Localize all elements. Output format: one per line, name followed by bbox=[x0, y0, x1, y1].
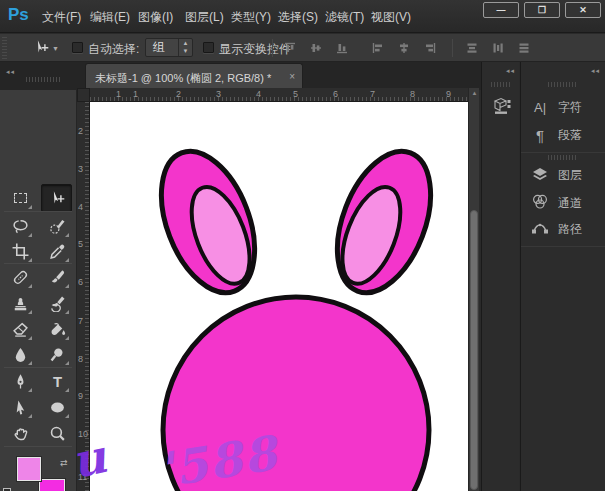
document-canvas[interactable] bbox=[90, 102, 468, 491]
auto-select-checkbox[interactable] bbox=[72, 42, 83, 53]
zoom-tool[interactable] bbox=[44, 421, 70, 445]
pen-tool[interactable] bbox=[7, 369, 33, 393]
eraser-tool[interactable] bbox=[7, 317, 33, 341]
lasso-tool[interactable] bbox=[7, 214, 33, 238]
ruler-number: 3 bbox=[216, 89, 221, 99]
menu-edit[interactable]: 编辑(E) bbox=[90, 9, 130, 26]
align-top-edges-icon[interactable] bbox=[284, 42, 296, 54]
scroll-up-icon[interactable]: ▲ bbox=[470, 90, 479, 96]
ruler-number: 7 bbox=[370, 89, 375, 99]
foreground-color-swatch[interactable] bbox=[17, 457, 41, 481]
minimize-button[interactable]: — bbox=[483, 2, 519, 18]
crop-tool[interactable] bbox=[7, 239, 33, 263]
background-color-swatch[interactable] bbox=[39, 479, 65, 491]
character-panel-button[interactable]: A| 字符 bbox=[521, 94, 605, 120]
photoshop-window: Ps 文件(F) 编辑(E) 图像(I) 图层(L) 类型(Y) 选择(S) 滤… bbox=[0, 0, 605, 491]
document-tab-bar: ◂◂ 未标题-1 @ 100% (椭圆 2, RGB/8) * × bbox=[0, 62, 481, 90]
move-tool[interactable] bbox=[44, 186, 70, 210]
menu-image[interactable]: 图像(I) bbox=[138, 9, 173, 26]
options-divider bbox=[272, 39, 273, 57]
distribute-vertical-centers-icon[interactable] bbox=[492, 42, 504, 54]
ellipse-shape-tool[interactable] bbox=[44, 395, 70, 419]
paragraph-panel-button[interactable]: ¶ 段落 bbox=[521, 122, 605, 148]
distribute-top-edges-icon[interactable] bbox=[466, 42, 478, 54]
align-bottom-edges-icon[interactable] bbox=[336, 42, 348, 54]
panel-label: 通道 bbox=[558, 195, 582, 212]
window-controls: — ❐ ✕ bbox=[478, 2, 601, 18]
show-transform-label: 显示变换控件 bbox=[219, 41, 291, 58]
ruler-number: 5 bbox=[293, 89, 298, 99]
quick-selection-tool[interactable] bbox=[44, 214, 70, 238]
document-tab[interactable]: 未标题-1 @ 100% (椭圆 2, RGB/8) * × bbox=[85, 63, 303, 90]
ruler-number: 8 bbox=[78, 354, 83, 364]
collapse-dock-icon[interactable]: ◂◂ bbox=[506, 67, 515, 75]
spot-healing-brush-tool[interactable] bbox=[7, 265, 33, 289]
menu-type[interactable]: 类型(Y) bbox=[231, 9, 271, 26]
rabbit-head bbox=[163, 297, 429, 491]
close-button[interactable]: ✕ bbox=[565, 2, 601, 18]
auto-select-label: 自动选择: bbox=[88, 41, 139, 58]
show-transform-checkbox[interactable] bbox=[203, 42, 214, 53]
tool-group-divider bbox=[4, 211, 72, 212]
auto-select-mode-dropdown[interactable]: 组 ▲▼ bbox=[145, 38, 193, 57]
ruler-corner[interactable] bbox=[77, 88, 90, 102]
ruler-number: 11 bbox=[78, 472, 87, 482]
dock-divider bbox=[521, 246, 605, 247]
align-left-edges-icon[interactable] bbox=[372, 42, 384, 54]
align-right-edges-icon[interactable] bbox=[424, 42, 436, 54]
dock-grip[interactable] bbox=[548, 155, 578, 160]
dock-grip[interactable] bbox=[491, 82, 511, 87]
svg-text:T: T bbox=[52, 373, 61, 389]
tab-close-icon[interactable]: × bbox=[289, 71, 295, 82]
collapse-dock-icon[interactable]: ◂◂ bbox=[591, 67, 600, 75]
toolbar-grip[interactable] bbox=[26, 77, 62, 82]
options-grip[interactable] bbox=[2, 37, 7, 59]
layers-panel-button[interactable]: 图层 bbox=[521, 162, 605, 188]
hand-tool[interactable] bbox=[7, 421, 33, 445]
paint-bucket-tool[interactable] bbox=[44, 317, 70, 341]
ruler-number: 6 bbox=[333, 89, 338, 99]
horizontal-ruler[interactable]: 1 1 2 3 4 5 6 7 8 9 bbox=[90, 88, 468, 102]
blur-tool[interactable] bbox=[7, 342, 33, 366]
menu-filter[interactable]: 滤镜(T) bbox=[325, 9, 364, 26]
paragraph-icon: ¶ bbox=[530, 127, 550, 144]
path-selection-tool[interactable] bbox=[7, 395, 33, 419]
brush-tool[interactable] bbox=[44, 265, 70, 289]
channels-panel-button[interactable]: 通道 bbox=[521, 190, 605, 216]
dock-grip[interactable] bbox=[548, 82, 578, 87]
collapse-tools-icon[interactable]: ◂◂ bbox=[6, 68, 15, 76]
ruler-number: 4 bbox=[78, 202, 83, 212]
eyedropper-tool[interactable] bbox=[44, 239, 70, 263]
rectangular-marquee-tool[interactable] bbox=[7, 186, 33, 210]
menu-view[interactable]: 视图(V) bbox=[371, 9, 411, 26]
panel-label: 字符 bbox=[558, 99, 582, 116]
align-vertical-centers-icon[interactable] bbox=[310, 42, 322, 54]
tool-preset-arrow-icon[interactable]: ▼ bbox=[52, 45, 59, 52]
tool-options-bar: ▼ 自动选择: 组 ▲▼ 显示变换控件 bbox=[0, 34, 605, 62]
panel-label: 图层 bbox=[558, 167, 582, 184]
type-tool[interactable]: T bbox=[44, 369, 70, 393]
menu-select[interactable]: 选择(S) bbox=[278, 9, 318, 26]
ruler-number: 9 bbox=[446, 89, 451, 99]
icon-dock-column: ◂◂ bbox=[481, 62, 519, 491]
align-horizontal-centers-icon[interactable] bbox=[398, 42, 410, 54]
3d-panel-button[interactable] bbox=[490, 92, 514, 118]
swap-colors-icon[interactable]: ⇄ bbox=[60, 458, 68, 468]
vertical-ruler[interactable]: 2 3 4 5 6 7 8 9 10 11 bbox=[77, 102, 90, 491]
rabbit-artwork bbox=[90, 102, 468, 491]
vertical-scrollbar[interactable]: ▲ bbox=[468, 88, 479, 491]
menu-layer[interactable]: 图层(L) bbox=[185, 9, 224, 26]
ruler-number: 10 bbox=[78, 429, 88, 439]
dropdown-stepper-icon[interactable]: ▲▼ bbox=[178, 39, 192, 56]
menu-file[interactable]: 文件(F) bbox=[42, 9, 81, 26]
distribute-bottom-edges-icon[interactable] bbox=[518, 42, 530, 54]
ruler-number: 6 bbox=[78, 277, 83, 287]
scrollbar-thumb[interactable] bbox=[470, 210, 478, 490]
clone-stamp-tool[interactable] bbox=[7, 291, 33, 315]
paths-panel-button[interactable]: 路径 bbox=[521, 216, 605, 242]
history-brush-tool[interactable] bbox=[44, 291, 70, 315]
maximize-button[interactable]: ❐ bbox=[524, 2, 560, 18]
ps-logo: Ps bbox=[8, 5, 29, 25]
ruler-number: 5 bbox=[78, 239, 83, 249]
dodge-tool[interactable] bbox=[44, 342, 70, 366]
